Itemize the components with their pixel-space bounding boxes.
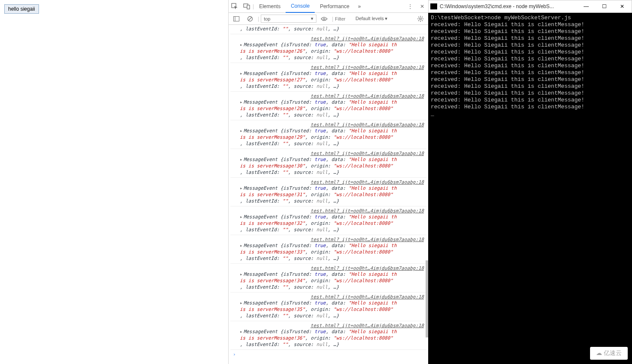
console-log-entry[interactable]: test.html?_ijt=oo0ht…4imjdu6bsm7aoabg:18… (230, 34, 426, 63)
console-log-entry[interactable]: test.html?_ijt=oo0ht…4imjdu6bsm7aoabg:18… (230, 92, 426, 120)
inspect-element-icon[interactable] (229, 0, 241, 12)
svg-line-13 (418, 17, 419, 18)
eye-icon[interactable] (318, 13, 330, 25)
svg-point-7 (323, 18, 325, 20)
window-controls: — ☐ ✕ (578, 2, 630, 11)
source-link[interactable]: test.html?_ijt=oo0ht…4imjdu6bsm7aoabg:18 (310, 151, 424, 156)
tab-performance[interactable]: Performance (315, 0, 355, 13)
cmd-window: C:\Windows\system32\cmd.exe - node myWeb… (428, 0, 632, 364)
console-toolbar: | top ▾ | Default levels ▾ (229, 13, 428, 25)
source-link[interactable]: test.html?_ijt=oo0ht…4imjdu6bsm7aoabg:18 (310, 122, 424, 128)
console-prompt[interactable]: › (230, 350, 426, 359)
svg-line-16 (422, 17, 423, 18)
page-pane: hello siegaii (0, 0, 228, 364)
svg-point-8 (420, 18, 421, 19)
source-link[interactable]: test.html?_ijt=oo0ht…4imjdu6bsm7aoabg:18 (310, 323, 424, 328)
console-log-entry[interactable]: , lastEventId: "", source: null, …} (230, 25, 426, 34)
expand-triangle-icon[interactable]: ▸ (240, 214, 243, 220)
devtools-tabbar: | Elements Console Performance » ⋮ ✕ (229, 0, 428, 13)
expand-triangle-icon[interactable]: ▸ (240, 157, 243, 162)
scrollbar-thumb[interactable] (426, 260, 428, 337)
expand-triangle-icon[interactable]: ▸ (240, 329, 243, 334)
watermark-badge: ☁亿速云 (590, 347, 628, 360)
close-devtools-icon[interactable]: ✕ (416, 0, 428, 12)
expand-triangle-icon[interactable]: ▸ (240, 185, 243, 191)
source-link[interactable]: test.html?_ijt=oo0ht…4imjdu6bsm7aoabg:18 (310, 237, 424, 242)
device-toolbar-icon[interactable] (241, 0, 253, 12)
cmd-app-icon (430, 3, 437, 9)
svg-rect-3 (234, 16, 239, 21)
console-log-entry[interactable]: test.html?_ijt=oo0ht…4imjdu6bsm7aoabg:18… (230, 235, 426, 264)
tab-console[interactable]: Console (286, 0, 315, 13)
tab-elements[interactable]: Elements (254, 0, 286, 13)
source-link[interactable]: test.html?_ijt=oo0ht…4imjdu6bsm7aoabg:18 (310, 65, 424, 70)
expand-triangle-icon[interactable]: ▸ (240, 71, 243, 76)
svg-line-15 (418, 20, 419, 21)
expand-triangle-icon[interactable]: ▸ (240, 300, 243, 306)
console-log-entry[interactable]: test.html?_ijt=oo0ht…4imjdu6bsm7aoabg:18… (230, 63, 426, 92)
separator: | (258, 16, 259, 22)
clear-console-icon[interactable] (244, 13, 256, 25)
context-selector[interactable]: top ▾ (261, 15, 316, 23)
source-link[interactable]: test.html?_ijt=oo0ht…4imjdu6bsm7aoabg:18 (310, 93, 424, 99)
source-link[interactable]: test.html?_ijt=oo0ht…4imjdu6bsm7aoabg:18 (310, 266, 424, 271)
svg-line-14 (422, 20, 423, 21)
cmd-title-text: C:\Windows\system32\cmd.exe - node myWeb… (440, 3, 576, 9)
source-link[interactable]: test.html?_ijt=oo0ht…4imjdu6bsm7aoabg:18 (310, 179, 424, 185)
console-log-entry[interactable]: test.html?_ijt=oo0ht…4imjdu6bsm7aoabg:18… (230, 321, 426, 350)
hello-button[interactable]: hello siegaii (4, 4, 39, 14)
svg-line-6 (248, 17, 252, 21)
expand-triangle-icon[interactable]: ▸ (240, 243, 243, 248)
separator: | (332, 16, 333, 22)
maximize-icon[interactable]: ☐ (596, 2, 612, 11)
minimize-icon[interactable]: — (578, 2, 594, 11)
console-log-entry[interactable]: test.html?_ijt=oo0ht…4imjdu6bsm7aoabg:18… (230, 292, 426, 321)
console-log-entry[interactable]: test.html?_ijt=oo0ht…4imjdu6bsm7aoabg:18… (230, 264, 426, 292)
expand-triangle-icon[interactable]: ▸ (240, 42, 243, 48)
cmd-titlebar[interactable]: C:\Windows\system32\cmd.exe - node myWeb… (428, 0, 632, 13)
kebab-menu-icon[interactable]: ⋮ (404, 0, 416, 12)
svg-rect-2 (247, 5, 250, 9)
source-link[interactable]: test.html?_ijt=oo0ht…4imjdu6bsm7aoabg:18 (310, 36, 424, 42)
close-icon[interactable]: ✕ (614, 2, 630, 11)
cmd-output[interactable]: D:\testWebSocket>node myWebSocketServer.… (428, 13, 632, 364)
console-log-entry[interactable]: test.html?_ijt=oo0ht…4imjdu6bsm7aoabg:18… (230, 178, 426, 206)
source-link[interactable]: test.html?_ijt=oo0ht…4imjdu6bsm7aoabg:18 (310, 294, 424, 300)
expand-triangle-icon[interactable]: ▸ (240, 272, 243, 277)
watermark-text: 亿速云 (604, 349, 622, 356)
chevron-down-icon: ▾ (311, 16, 313, 21)
context-label: top (264, 16, 270, 21)
expand-triangle-icon[interactable]: ▸ (240, 128, 243, 134)
console-output[interactable]: , lastEventId: "", source: null, …}test.… (229, 25, 428, 364)
settings-gear-icon[interactable] (414, 13, 426, 25)
tabs-overflow-icon[interactable]: » (355, 3, 364, 9)
filter-input[interactable] (335, 16, 352, 21)
sidebar-toggle-icon[interactable] (230, 13, 242, 25)
log-levels-selector[interactable]: Default levels ▾ (354, 16, 389, 21)
console-log-entry[interactable]: test.html?_ijt=oo0ht…4imjdu6bsm7aoabg:18… (230, 120, 426, 149)
console-log-entry[interactable]: test.html?_ijt=oo0ht…4imjdu6bsm7aoabg:18… (230, 149, 426, 178)
devtools-pane: | Elements Console Performance » ⋮ ✕ | t… (228, 0, 428, 364)
source-link[interactable]: test.html?_ijt=oo0ht…4imjdu6bsm7aoabg:18 (310, 208, 424, 214)
console-log-entry[interactable]: test.html?_ijt=oo0ht…4imjdu6bsm7aoabg:18… (230, 206, 426, 235)
cloud-icon: ☁ (596, 349, 602, 356)
expand-triangle-icon[interactable]: ▸ (240, 99, 243, 105)
